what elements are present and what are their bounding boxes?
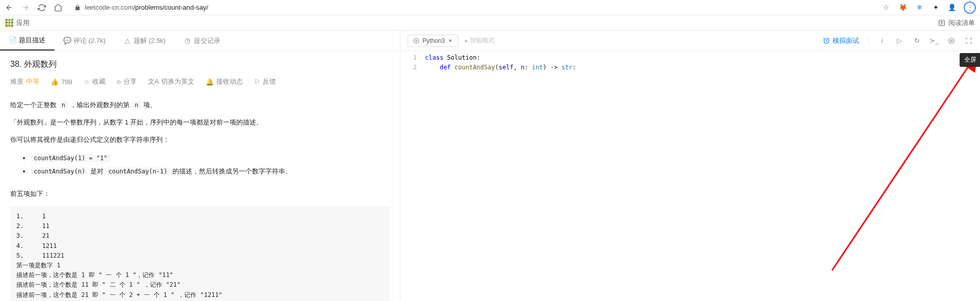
list-item: countAndSay(n) 是对 countAndSay(n-1) 的描述，然… (31, 165, 390, 178)
tab-label: 题目描述 (19, 36, 45, 45)
switch-lang-label: 切换为英文 (161, 77, 194, 86)
clock-icon (823, 37, 830, 44)
list-icon (938, 19, 945, 27)
list-item: countAndSay(1) = "1" (31, 152, 390, 165)
reading-list[interactable]: 阅读清单 (938, 18, 975, 28)
desc-line-3: 你可以将其视作是由递归公式定义的数字字符串序列： (10, 133, 390, 146)
tab-solutions[interactable]: △ 题解 (2.5k) (115, 31, 175, 51)
left-panel: 📄 题目描述 💬 评论 (2.7k) △ 题解 (2.5k) ◷ 提交记录 38… (0, 31, 400, 301)
profile-icon[interactable]: 👤 (947, 3, 957, 12)
menu-button[interactable]: ⋮ (964, 2, 976, 14)
fullscreen-tooltip: 全屏 (960, 53, 980, 67)
favorite-button[interactable]: ☆ 收藏 (84, 77, 106, 86)
code-n: n (132, 101, 141, 109)
home-button[interactable] (53, 3, 63, 13)
code-line: def countAndSay(self, n: int) -> str: (425, 63, 980, 72)
toolbar-right: 模拟面试 i ▷ ↻ ≻_ (823, 36, 973, 45)
solutions-icon: △ (124, 37, 131, 44)
toolbar-right: ☆ 🦊 ❄ ✦ 👤 ⋮ (881, 2, 976, 14)
language-label: Python3 (422, 37, 445, 44)
url-host: leetcode-cn.com (85, 4, 133, 11)
smart-mode-label: 智能模式 (470, 36, 494, 45)
smart-mode[interactable]: ● 智能模式 (464, 36, 494, 45)
mock-interview-button[interactable]: 模拟面试 (823, 36, 859, 45)
right-panel: Python3 ▼ ● 智能模式 模拟面试 i ▷ ↻ ≻_ (400, 31, 980, 301)
notify-button[interactable]: 🔔 接收动态 (206, 77, 243, 86)
line-number: 1 (400, 53, 417, 63)
problem-title: 38. 外观数列 (10, 59, 390, 70)
difficulty-label: 难度 (10, 77, 23, 86)
svg-point-3 (950, 40, 952, 42)
tab-label: 题解 (2.5k) (134, 36, 166, 45)
difficulty-value: 中等 (26, 77, 39, 86)
apps-label: 应用 (16, 18, 30, 28)
reset-button[interactable]: ↻ (913, 37, 921, 45)
tab-description[interactable]: 📄 题目描述 (0, 31, 55, 51)
extension-firefox-icon[interactable]: 🦊 (898, 3, 908, 12)
code-editor[interactable]: 1 2 class Solution: def countAndSay(self… (400, 51, 980, 301)
console-button[interactable]: ≻_ (930, 37, 938, 45)
star-icon[interactable]: ☆ (881, 3, 891, 13)
first-five-label: 前五项如下： (10, 187, 390, 200)
puzzle-icon[interactable]: ✦ (931, 3, 940, 12)
bell-icon: 🔔 (206, 78, 214, 86)
tab-submissions[interactable]: ◷ 提交记录 (175, 31, 230, 51)
code-n: n (59, 101, 68, 109)
likes-button[interactable]: 👍 798 (51, 78, 72, 86)
reload-button[interactable] (37, 3, 47, 13)
editor-toolbar: Python3 ▼ ● 智能模式 模拟面试 i ▷ ↻ ≻_ (400, 31, 980, 51)
forward-button[interactable] (20, 3, 31, 13)
tab-label: 评论 (2.7k) (73, 36, 106, 45)
comments-icon: 💬 (64, 37, 71, 44)
notify-label: 接收动态 (216, 77, 243, 86)
globe-icon: 文A (148, 77, 159, 86)
svg-point-1 (416, 40, 417, 41)
back-button[interactable] (4, 3, 14, 13)
main-layout: 📄 题目描述 💬 评论 (2.7k) △ 题解 (2.5k) ◷ 提交记录 38… (0, 31, 980, 301)
meta-row: 难度 中等 👍 798 ☆ 收藏 ⎋ 分享 文A 切换为英文 (10, 77, 390, 86)
code-block-example: 1. 1 2. 11 3. 21 4. 1211 5. 111221 第一项是数… (10, 207, 390, 301)
share-button[interactable]: ⎋ 分享 (117, 77, 137, 86)
favorite-label: 收藏 (92, 77, 106, 86)
tabs: 📄 题目描述 💬 评论 (2.7k) △ 题解 (2.5k) ◷ 提交记录 (0, 31, 400, 51)
code-area[interactable]: class Solution: def countAndSay(self, n:… (421, 51, 980, 301)
problem-content: 38. 外观数列 难度 中等 👍 798 ☆ 收藏 ⎋ 分享 (0, 51, 400, 301)
divider (868, 36, 869, 45)
flag-icon: ⚐ (254, 78, 260, 86)
switch-language-button[interactable]: 文A 切换为英文 (148, 77, 195, 86)
lock-icon (74, 5, 81, 11)
line-number: 2 (400, 63, 417, 72)
difficulty: 难度 中等 (10, 77, 39, 86)
share-label: 分享 (123, 77, 137, 86)
tab-comments[interactable]: 💬 评论 (2.7k) (55, 31, 115, 51)
extension-icon-2[interactable]: ❄ (915, 3, 924, 12)
interview-label: 模拟面试 (833, 36, 859, 45)
browser-toolbar: leetcode-cn.com/problems/count-and-say/ … (0, 0, 980, 15)
gear-icon (413, 38, 419, 44)
apps-icon (5, 19, 13, 27)
info-button[interactable]: i (878, 37, 886, 45)
toolbar-left: Python3 ▼ ● 智能模式 (408, 35, 494, 47)
reading-list-label: 阅读清单 (948, 18, 975, 28)
url-bar[interactable]: leetcode-cn.com/problems/count-and-say/ (69, 4, 875, 11)
dot-icon: ● (464, 37, 468, 44)
desc-line-1: 给定一个正整数 n ，输出外观数列的第 n 项。 (10, 98, 390, 112)
description-icon: 📄 (9, 37, 16, 44)
apps-shortcut[interactable]: 应用 (5, 18, 30, 28)
tab-label: 提交记录 (194, 36, 220, 45)
thumbs-up-icon: 👍 (51, 78, 59, 86)
run-button[interactable]: ▷ (895, 37, 903, 45)
language-select[interactable]: Python3 ▼ (408, 35, 458, 47)
submissions-icon: ◷ (184, 37, 191, 44)
fullscreen-button[interactable] (965, 37, 973, 45)
feedback-label: 反馈 (263, 77, 276, 86)
settings-button[interactable] (947, 37, 956, 45)
star-icon: ☆ (84, 78, 90, 86)
feedback-button[interactable]: ⚐ 反馈 (254, 77, 276, 86)
desc-line-2: 「外观数列」是一个整数序列，从数字 1 开始，序列中的每一项都是对前一项的描述。 (10, 116, 390, 129)
svg-point-4 (949, 38, 954, 43)
bullet-list: countAndSay(1) = "1" countAndSay(n) 是对 c… (10, 152, 390, 178)
url-path: /problems/count-and-say/ (133, 4, 208, 11)
code-line: class Solution: (425, 53, 980, 63)
likes-count: 798 (61, 78, 72, 86)
